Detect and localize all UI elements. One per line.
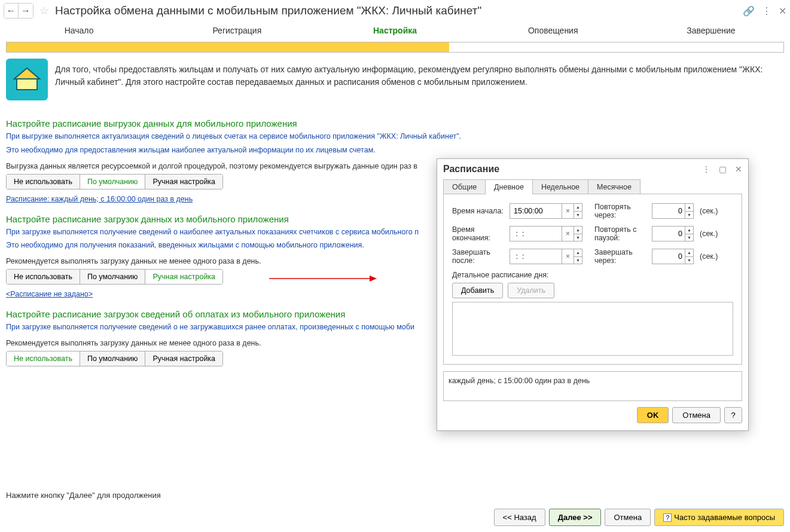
dialog-cancel-button[interactable]: Отмена (672, 407, 721, 423)
sec-unit-2: (сек.) (700, 230, 718, 238)
sec2-btn-manual[interactable]: Ручная настройка (145, 270, 222, 284)
step-register[interactable]: Регистрация (158, 26, 316, 35)
end-after-label: Завершать после: (452, 248, 506, 265)
start-time-clear[interactable]: × (562, 204, 574, 218)
cancel-button[interactable]: Отмена (605, 509, 651, 526)
progress-bar (6, 42, 784, 53)
detail-label: Детальное расписание дня: (452, 271, 733, 279)
tab-weekly[interactable]: Недельное (532, 179, 588, 194)
back-button[interactable]: << Назад (494, 509, 545, 526)
dialog-maximize-icon[interactable]: ▢ (719, 164, 727, 174)
start-time-label: Время начала: (452, 207, 506, 215)
step-start[interactable]: Начало (0, 26, 158, 35)
app-icon (6, 59, 48, 100)
sec1-btn-manual[interactable]: Ручная настройка (145, 175, 222, 189)
tab-daily[interactable]: Дневное (485, 179, 533, 194)
repeat-pause-down[interactable]: ▼ (685, 234, 693, 241)
dialog-ok-button[interactable]: OK (637, 407, 669, 423)
end-time-clear[interactable]: × (562, 227, 574, 241)
footer-hint: Нажмите кнопку "Далее" для продолжения (6, 491, 161, 500)
svg-marker-1 (14, 68, 39, 79)
more-icon[interactable]: ⋮ (762, 5, 771, 17)
repeat-pause-up[interactable]: ▲ (685, 227, 693, 234)
end-after-clear[interactable]: × (562, 249, 574, 264)
schedule-dialog: Расписание ⋮ ▢ ✕ Общие Дневное Недельное… (437, 158, 749, 431)
sec2-btn-default[interactable]: По умолчанию (80, 270, 146, 284)
end-every-label: Завершать через: (594, 248, 648, 265)
sec3-btn-manual[interactable]: Ручная настройка (145, 351, 222, 366)
delete-button: Удалить (508, 283, 554, 298)
faq-label: Часто задаваемые вопросы (674, 513, 775, 522)
end-after-down[interactable]: ▼ (574, 257, 582, 264)
nav-back-button[interactable]: ← (4, 4, 19, 18)
start-time-up[interactable]: ▲ (574, 204, 582, 212)
repeat-every-down[interactable]: ▼ (685, 212, 693, 219)
link-icon[interactable]: 🔗 (743, 5, 755, 17)
end-every-up[interactable]: ▲ (685, 249, 693, 257)
step-notify[interactable]: Оповещения (474, 26, 632, 35)
end-after-up[interactable]: ▲ (574, 249, 582, 257)
dialog-more-icon[interactable]: ⋮ (702, 164, 710, 174)
dialog-help-button[interactable]: ? (724, 407, 742, 423)
add-button[interactable]: Добавить (452, 283, 503, 298)
repeat-every-input[interactable] (652, 204, 685, 218)
page-title: Настройка обмена данными с мобильным при… (55, 4, 740, 17)
annotation-arrow (269, 274, 377, 283)
end-time-input[interactable] (510, 227, 562, 241)
repeat-pause-label: Повторять с паузой: (594, 225, 648, 242)
end-every-down[interactable]: ▼ (685, 257, 693, 264)
section1-desc1: При выгрузке выполняется актуализация св… (6, 131, 784, 142)
svg-marker-3 (370, 276, 377, 282)
favorite-star-icon[interactable]: ☆ (38, 5, 50, 17)
sec-unit-3: (сек.) (700, 252, 718, 261)
end-time-label: Время окончания: (452, 225, 506, 242)
nav-forward-button[interactable]: → (19, 4, 33, 18)
detail-schedule-list[interactable] (452, 302, 733, 356)
repeat-pause-input[interactable] (652, 227, 685, 241)
sec3-btn-default[interactable]: По умолчанию (80, 351, 146, 366)
dialog-title: Расписание (443, 164, 702, 175)
intro-text: Для того, чтобы предоставлять жильцам и … (55, 59, 784, 100)
start-time-input[interactable] (510, 204, 562, 218)
sec3-btn-none[interactable]: Не использовать (7, 351, 80, 366)
sec2-schedule-link[interactable]: <Расписание не задано> (6, 290, 93, 298)
step-finish[interactable]: Завершение (632, 26, 790, 35)
schedule-summary: каждый день; с 15:00:00 один раз в день (443, 371, 742, 401)
repeat-every-up[interactable]: ▲ (685, 204, 693, 212)
section1-title: Настройте расписание выгрузок данных для… (6, 118, 784, 129)
sec1-btn-none[interactable]: Не использовать (7, 175, 80, 189)
tab-general[interactable]: Общие (443, 179, 486, 194)
section1-desc2: Это необходимо для предоставления жильца… (6, 145, 784, 156)
step-setup[interactable]: Настройка (316, 26, 474, 35)
close-icon[interactable]: ✕ (779, 5, 786, 17)
sec1-schedule-link[interactable]: Расписание: каждый день; с 16:00:00 один… (6, 195, 193, 203)
end-after-input[interactable] (510, 249, 562, 264)
wizard-steps: Начало Регистрация Настройка Оповещения … (0, 22, 790, 39)
end-every-input[interactable] (652, 249, 685, 264)
sec1-btn-default[interactable]: По умолчанию (80, 175, 146, 189)
faq-button[interactable]: ?Часто задаваемые вопросы (654, 509, 784, 526)
next-button[interactable]: Далее >> (549, 509, 602, 526)
dialog-close-icon[interactable]: ✕ (735, 164, 742, 174)
repeat-every-label: Повторять через: (594, 203, 648, 219)
tab-monthly[interactable]: Месячное (588, 179, 640, 194)
sec2-btn-none[interactable]: Не использовать (7, 270, 80, 284)
end-time-up[interactable]: ▲ (574, 227, 582, 234)
end-time-down[interactable]: ▼ (574, 234, 582, 241)
start-time-down[interactable]: ▼ (574, 212, 582, 219)
sec-unit-1: (сек.) (700, 207, 718, 215)
